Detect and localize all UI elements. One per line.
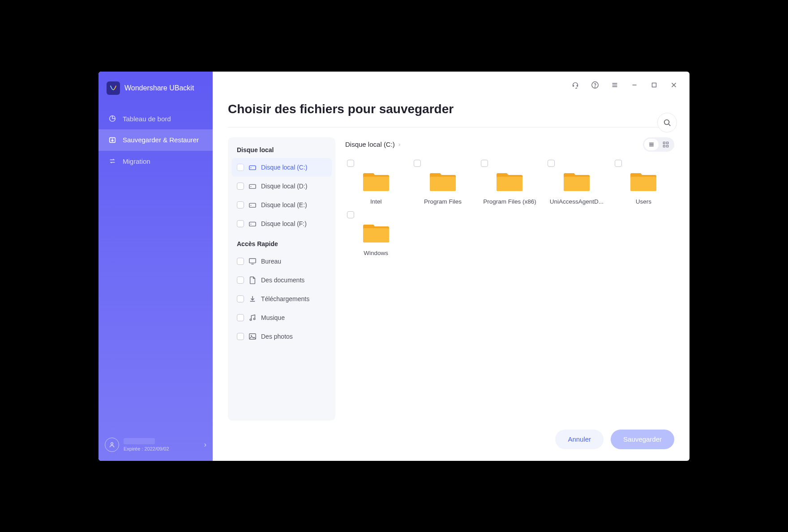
folder-label: UniAccessAgentD...: [550, 198, 604, 205]
cancel-button[interactable]: Annuler: [555, 430, 604, 449]
folder-label: Program Files (x86): [483, 198, 536, 205]
avatar-icon: [105, 438, 119, 452]
save-button[interactable]: Sauvegarder: [611, 430, 674, 449]
nav-backup-restore[interactable]: Sauvegarder & Restaurer: [98, 129, 213, 151]
disk-icon: [248, 201, 257, 209]
svg-rect-15: [663, 142, 665, 144]
folder-icon: [429, 168, 456, 194]
source-label: Bureau: [261, 258, 281, 265]
footer-bar: Annuler Sauvegarder: [213, 421, 690, 461]
main-panel: Choisir des fichiers pour sauvegarder Di…: [213, 72, 690, 461]
brand: Wondershare UBackit: [98, 72, 213, 108]
source-checkbox[interactable]: [237, 295, 244, 302]
folder-checkbox[interactable]: [481, 160, 488, 167]
source-label: Disque local (F:): [261, 220, 307, 227]
folder-label: Program Files: [424, 198, 462, 205]
source-quick-desktop[interactable]: Bureau: [231, 252, 332, 271]
nav-label: Sauvegarder & Restaurer: [123, 136, 199, 145]
source-label: Disque local (C:): [261, 164, 307, 171]
folder-item[interactable]: Windows: [345, 210, 407, 256]
folder-checkbox[interactable]: [615, 160, 622, 167]
source-checkbox[interactable]: [237, 201, 244, 209]
folder-item[interactable]: Program Files: [412, 159, 473, 205]
app-window: Wondershare UBackit Tableau de bord Sauv…: [98, 72, 690, 461]
svg-rect-18: [667, 145, 668, 147]
close-icon[interactable]: [670, 81, 678, 89]
folder-checkbox[interactable]: [548, 160, 555, 167]
source-checkbox[interactable]: [237, 164, 244, 171]
minimize-icon[interactable]: [630, 81, 638, 89]
music-icon: [248, 314, 257, 322]
maximize-icon[interactable]: [650, 81, 658, 89]
folder-icon: [630, 168, 657, 194]
source-disk-f[interactable]: Disque local (F:): [231, 214, 332, 233]
source-checkbox[interactable]: [237, 220, 244, 227]
source-checkbox[interactable]: [237, 314, 244, 321]
search-button[interactable]: [657, 113, 677, 132]
account-expiry: Expirée : 2022/09/02: [124, 446, 200, 451]
migrate-icon: [108, 157, 116, 165]
chevron-right-icon: ›: [204, 441, 206, 449]
backup-icon: [108, 136, 116, 144]
disk-icon: [248, 182, 257, 190]
folder-checkbox[interactable]: [414, 160, 421, 167]
disk-icon: [248, 163, 257, 171]
source-label: Musique: [261, 314, 285, 321]
source-heading-disks: Disque local: [231, 144, 332, 158]
source-checkbox[interactable]: [237, 258, 244, 265]
monitor-icon: [248, 257, 257, 265]
nav-label: Tableau de bord: [123, 115, 171, 123]
folder-icon: [496, 168, 523, 194]
source-label: Disque local (D:): [261, 183, 307, 190]
list-view-button[interactable]: [644, 139, 659, 150]
source-label: Téléchargements: [261, 295, 309, 302]
source-label: Des photos: [261, 333, 293, 340]
disk-icon: [248, 220, 257, 228]
content: Choisir des fichiers pour sauvegarder Di…: [213, 98, 690, 421]
download-icon: [248, 295, 257, 303]
source-checkbox[interactable]: [237, 277, 244, 284]
sidebar: Wondershare UBackit Tableau de bord Sauv…: [98, 72, 213, 461]
folder-item[interactable]: Users: [613, 159, 674, 205]
folder-icon: [563, 168, 590, 194]
svg-rect-17: [663, 145, 665, 147]
sidebar-nav: Tableau de bord Sauvegarder & Restaurer …: [98, 108, 213, 172]
folder-item[interactable]: UniAccessAgentD...: [546, 159, 607, 205]
folder-grid: IntelProgram FilesProgram Files (x86)Uni…: [345, 156, 674, 256]
folder-item[interactable]: Program Files (x86): [479, 159, 540, 205]
source-disk-c[interactable]: Disque local (C:): [231, 158, 332, 177]
folder-item[interactable]: Intel: [345, 159, 407, 205]
source-quick-downloads[interactable]: Téléchargements: [231, 289, 332, 308]
breadcrumb[interactable]: Disque local (C:) ›: [345, 140, 400, 148]
source-checkbox[interactable]: [237, 333, 244, 340]
source-label: Disque local (E:): [261, 201, 307, 209]
account-info: Expirée : 2022/09/02: [124, 438, 200, 451]
page-title: Choisir des fichiers pour sauvegarder: [228, 98, 674, 127]
grid-view-button[interactable]: [659, 139, 673, 150]
nav-migration[interactable]: Migration: [98, 151, 213, 172]
account-footer[interactable]: Expirée : 2022/09/02 ›: [98, 433, 213, 461]
source-quick-music[interactable]: Musique: [231, 308, 332, 327]
svg-point-12: [595, 86, 595, 87]
source-quick-documents[interactable]: Des documents: [231, 271, 332, 289]
source-disk-e[interactable]: Disque local (E:): [231, 196, 332, 214]
help-icon[interactable]: [591, 81, 599, 89]
folder-label: Intel: [370, 198, 382, 205]
svg-point-10: [111, 443, 113, 445]
folder-checkbox[interactable]: [347, 211, 354, 218]
divider: [228, 127, 674, 128]
folder-label: Users: [636, 198, 651, 205]
source-disk-d[interactable]: Disque local (D:): [231, 177, 332, 196]
svg-point-14: [664, 119, 669, 124]
source-quick-photos[interactable]: Des photos: [231, 327, 332, 346]
folder-icon: [363, 168, 390, 194]
folder-checkbox[interactable]: [347, 160, 354, 167]
document-icon: [248, 276, 257, 284]
source-checkbox[interactable]: [237, 183, 244, 190]
breadcrumb-label: Disque local (C:): [345, 140, 395, 148]
image-icon: [248, 332, 257, 340]
menu-icon[interactable]: [611, 81, 619, 89]
support-icon[interactable]: [571, 81, 579, 89]
nav-dashboard[interactable]: Tableau de bord: [98, 108, 213, 130]
folder-icon: [363, 219, 390, 245]
